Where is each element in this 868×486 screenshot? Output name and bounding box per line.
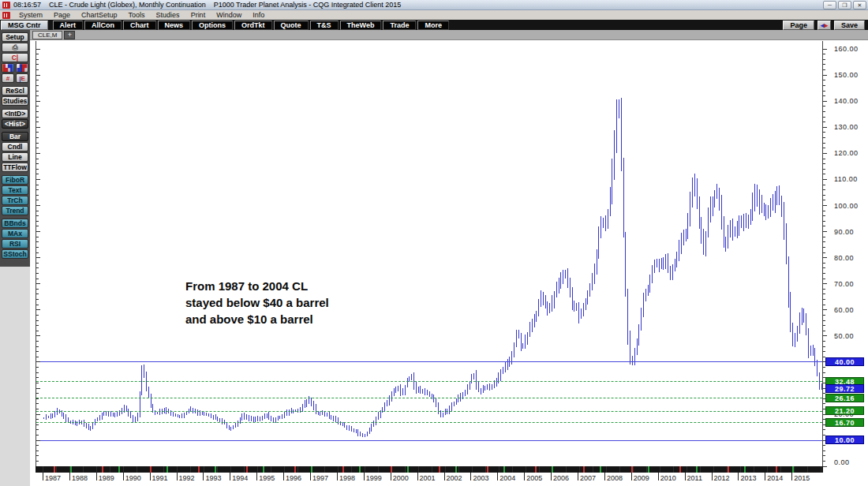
toolbar-alert-button[interactable]: Alert [53, 21, 84, 30]
price-bar [657, 259, 657, 267]
sidebar-rsi-button[interactable]: RSI [2, 239, 28, 249]
price-bar [51, 413, 51, 419]
msg-center-button[interactable]: MSG Cntr [1, 21, 48, 30]
price-bar [246, 414, 247, 420]
sidebar-trend-button[interactable]: Trend [2, 206, 28, 215]
level-line-21-20 [36, 411, 822, 412]
price-bar [757, 185, 758, 207]
toolbar-trade-button[interactable]: Trade [383, 21, 416, 30]
level-line-32-48 [36, 381, 822, 382]
toolbar-theweb-button[interactable]: TheWeb [340, 21, 382, 30]
clock-time: 08:16:57 [13, 1, 41, 9]
price-bar [241, 413, 242, 421]
menu-page[interactable]: Page [48, 11, 76, 19]
price-bar [713, 196, 713, 216]
price-bar [173, 412, 174, 417]
toolbar-quote-button[interactable]: Quote [274, 21, 309, 30]
price-bar [257, 416, 258, 421]
price-bar [527, 332, 528, 345]
menu-system[interactable]: System [13, 11, 48, 19]
sidebar-fibor-button[interactable]: FiboR [2, 175, 28, 185]
price-bar [351, 426, 352, 432]
sidebar-trch-button[interactable]: TrCh [2, 196, 28, 205]
price-bar [400, 384, 401, 396]
grid-view-button[interactable]: # [2, 73, 14, 83]
price-bar [710, 196, 711, 222]
price-bar [86, 423, 87, 428]
restore-button[interactable]: ❐ [838, 1, 851, 9]
sidebar-bar-button[interactable]: Bar [2, 132, 28, 141]
price-bar [687, 213, 688, 240]
save-button[interactable]: Save [834, 21, 865, 30]
y-tick [36, 64, 39, 65]
sidebar-intd-button[interactable]: <IntD> [2, 109, 28, 118]
price-bar [737, 221, 738, 238]
setup-button[interactable]: Setup [2, 32, 28, 42]
toolbar-right-group: Page ◂▸ Save [783, 21, 866, 30]
y-tick [823, 54, 825, 54]
y-tick [823, 325, 825, 326]
toolbar-news-button[interactable]: News [158, 21, 191, 30]
menu-print[interactable]: Print [185, 11, 211, 19]
sidebar-studies-button[interactable]: Studies [2, 96, 28, 106]
page-button[interactable]: Page [783, 21, 814, 30]
minimize-button[interactable]: ─ [823, 1, 836, 9]
price-bar [559, 278, 559, 293]
price-bar [672, 264, 673, 280]
bars-view-button[interactable]: |E [16, 73, 28, 83]
menu-window[interactable]: Window [211, 11, 247, 19]
quote-flag-button[interactable]: ▙▜ [2, 63, 14, 73]
sidebar-max-button[interactable]: MAx [2, 229, 28, 238]
price-bar [376, 417, 376, 425]
toolbar-ordtkt-button[interactable]: OrdTkt [234, 21, 272, 30]
price-bar [88, 424, 89, 430]
year-label: 2014 [767, 474, 783, 482]
menu-studies[interactable]: Studies [151, 11, 185, 19]
price-bar [63, 413, 64, 419]
toolbar-chart-button[interactable]: Chart [123, 21, 156, 30]
price-bar [578, 302, 579, 323]
y-tick [36, 267, 39, 268]
y-axis-label: 150.00 [834, 71, 866, 79]
price-axis[interactable]: 160.00150.00140.00130.00120.00110.00100.… [823, 41, 868, 466]
sidebar-line-button[interactable]: Line [2, 152, 28, 162]
toolbar-more-button[interactable]: More [417, 21, 449, 30]
sidebar-ttflow-button[interactable]: TTFlow [2, 163, 28, 172]
y-tick [823, 346, 825, 347]
sidebar-rescl-button[interactable]: ReScl [2, 86, 28, 95]
price-bar [534, 314, 535, 328]
sidebar-text-button[interactable]: Text [2, 185, 28, 195]
price-bar [549, 303, 550, 314]
menu-chartsetup[interactable]: ChartSetup [76, 11, 123, 19]
y-tick [36, 283, 40, 284]
y-tick [36, 132, 39, 133]
menu-info[interactable]: Info [247, 11, 270, 19]
sidebar-cndl-button[interactable]: Cndl [2, 142, 28, 151]
price-bar [630, 331, 630, 364]
year-tick [203, 473, 204, 480]
price-bar [230, 427, 231, 432]
sidebar-hist-button[interactable]: <Hist> [2, 119, 28, 129]
sidebar-sstoch-button[interactable]: SStoch [2, 249, 28, 259]
menu-tools[interactable]: Tools [123, 11, 151, 19]
price-bar [344, 423, 345, 428]
chart-flag-button[interactable]: ▟▛ [16, 63, 28, 73]
title-bar[interactable]: 08:16:57 CLE - Crude Light (Globex), Mon… [0, 0, 868, 10]
tab-cle-monthly[interactable]: CLE,M [32, 31, 62, 39]
sidebar-bbnds-button[interactable]: BBnds [2, 219, 28, 228]
page-nav-icon-button[interactable]: ◂▸ [817, 21, 831, 30]
price-bar [625, 232, 626, 297]
price-bar [465, 390, 466, 396]
printer-icon: ⎙ [12, 43, 17, 51]
add-tab-button[interactable]: + [64, 31, 75, 39]
price-chart-plot[interactable] [36, 41, 823, 466]
toolbar-ts-button[interactable]: T&S [310, 21, 339, 30]
time-axis[interactable]: 1987198819891990199119921993199419951996… [36, 473, 868, 486]
close-button[interactable]: ✕ [853, 1, 866, 9]
price-bar [278, 416, 279, 421]
print-button[interactable]: ⎙ [2, 43, 28, 52]
toolbar-allcon-button[interactable]: AllCon [84, 21, 122, 30]
cqg-tool-button[interactable]: C| [2, 53, 28, 62]
y-tick [36, 367, 39, 368]
toolbar-options-button[interactable]: Options [192, 21, 233, 30]
